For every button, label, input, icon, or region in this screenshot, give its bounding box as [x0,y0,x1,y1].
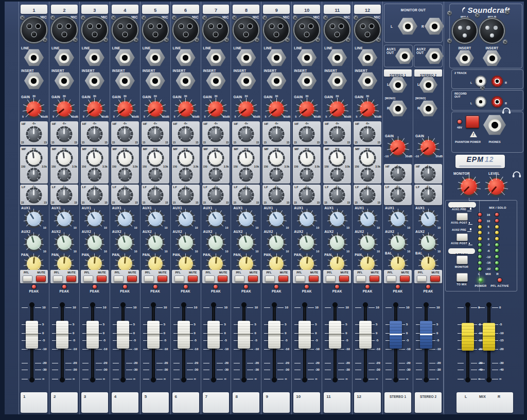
aux2-knob[interactable] [175,232,196,253]
monitor-level-knob[interactable] [457,175,481,198]
mf-frequency-knob[interactable] [146,149,165,168]
channel-fader[interactable]: 1050-5-10-20-30∞ [140,297,170,386]
mute-button[interactable] [370,276,379,282]
aux2-pre-post-button[interactable] [456,233,468,241]
fader-cap[interactable] [483,323,495,351]
hf-knob[interactable] [85,125,104,143]
aux1-knob[interactable] [24,209,44,229]
hf-knob[interactable] [328,125,346,143]
mf-frequency-knob[interactable] [358,149,377,168]
fader-cap[interactable] [329,321,341,349]
channel-fader[interactable]: 1050-5-10-20-30∞ [261,297,291,386]
aux2-knob[interactable] [296,232,317,253]
pfl-button[interactable] [235,276,244,282]
phones-level-knob[interactable] [484,175,508,198]
hf-knob[interactable] [177,125,195,143]
hf-knob[interactable] [237,125,255,143]
mf-gain-knob[interactable] [86,167,103,183]
aux1-knob[interactable] [115,209,135,229]
fader-cap[interactable] [26,321,38,349]
mute-button[interactable] [309,276,319,282]
fader-cap[interactable] [147,321,160,349]
pfl-button[interactable] [387,276,396,282]
channel-fader[interactable]: 1050-5-10-20-30∞ [49,297,79,386]
fader-cap[interactable] [390,321,402,349]
stereo-aux1-knob[interactable] [418,209,438,229]
lf-knob[interactable] [25,186,43,205]
fader-cap[interactable] [298,321,311,349]
pfl-button[interactable] [53,276,63,282]
channel-fader[interactable]: 1050-5-10-20-30∞ [80,297,110,386]
pfl-button[interactable] [144,276,154,282]
to-mix-button[interactable] [456,273,468,282]
aux1-knob[interactable] [84,209,105,229]
pfl-button[interactable] [265,276,275,282]
fader-cap[interactable] [117,321,129,349]
fader-cap[interactable] [207,321,220,349]
mf-gain-knob[interactable] [178,167,194,183]
mute-button[interactable] [66,276,76,282]
lf-knob[interactable] [297,186,316,205]
hf-knob[interactable] [358,125,377,143]
aux1-knob[interactable] [357,209,378,229]
stereo-lf-knob[interactable] [389,186,407,204]
fader-cap[interactable] [238,321,250,349]
aux2-knob[interactable] [236,232,256,253]
channel-fader[interactable]: 1050-5-10-20-30∞ [171,297,201,386]
fader-cap[interactable] [462,323,474,351]
hf-knob[interactable] [267,125,286,143]
mf-gain-knob[interactable] [359,167,376,183]
mf-gain-knob[interactable] [329,167,345,183]
stereo-aux2-knob[interactable] [418,232,438,253]
mute-button[interactable] [218,276,227,282]
pfl-button[interactable] [114,276,124,282]
mute-button[interactable] [97,276,107,282]
mf-gain-knob[interactable] [26,167,42,183]
hf-knob[interactable] [206,125,225,143]
mute-button[interactable] [248,276,258,282]
mf-frequency-knob[interactable] [85,149,104,168]
mf-gain-knob[interactable] [268,167,285,183]
mute-button[interactable] [430,276,440,282]
mute-button[interactable] [400,276,410,282]
mf-frequency-knob[interactable] [236,149,256,168]
channel-fader[interactable]: 1050-5-10-20-30∞ [201,297,231,386]
pfl-button[interactable] [83,276,93,282]
mf-frequency-knob[interactable] [115,149,135,168]
two-track-monitor-button[interactable] [456,255,468,264]
aux1-knob[interactable] [205,209,226,229]
stereo-hf-knob[interactable] [389,165,407,182]
mf-frequency-knob[interactable] [267,149,286,168]
lf-knob[interactable] [358,186,377,205]
lf-knob[interactable] [146,186,165,205]
aux1-knob[interactable] [236,209,256,229]
mute-button[interactable] [36,276,46,282]
hf-knob[interactable] [146,125,165,143]
mf-gain-knob[interactable] [117,167,133,183]
lf-knob[interactable] [85,186,104,205]
lf-knob[interactable] [116,186,134,205]
channel-fader[interactable]: 1050-5-10-20-30∞ [292,297,322,386]
mute-button[interactable] [157,276,167,282]
mf-gain-knob[interactable] [298,167,315,183]
aux1-knob[interactable] [175,209,196,229]
channel-fader[interactable]: 1050-5-10-20-30∞ [322,297,352,386]
channel-fader[interactable]: 1050-5-10-20-30∞ [231,297,261,386]
aux2-knob[interactable] [115,232,135,253]
hf-knob[interactable] [25,125,43,143]
hf-knob[interactable] [116,125,134,143]
lf-knob[interactable] [237,186,255,205]
mf-frequency-knob[interactable] [24,149,44,168]
aux1-knob[interactable] [54,209,75,229]
mf-frequency-knob[interactable] [327,149,347,168]
aux2-knob[interactable] [54,232,75,253]
mute-button[interactable] [188,276,198,282]
stereo-hf-knob[interactable] [419,165,437,182]
aux2-knob[interactable] [266,232,287,253]
pfl-button[interactable] [205,276,215,282]
mf-frequency-knob[interactable] [206,149,225,168]
mute-button[interactable] [127,276,137,282]
lf-knob[interactable] [206,186,225,205]
channel-fader[interactable]: 1050-5-10-20-30∞ [353,297,382,386]
hf-knob[interactable] [297,125,316,143]
